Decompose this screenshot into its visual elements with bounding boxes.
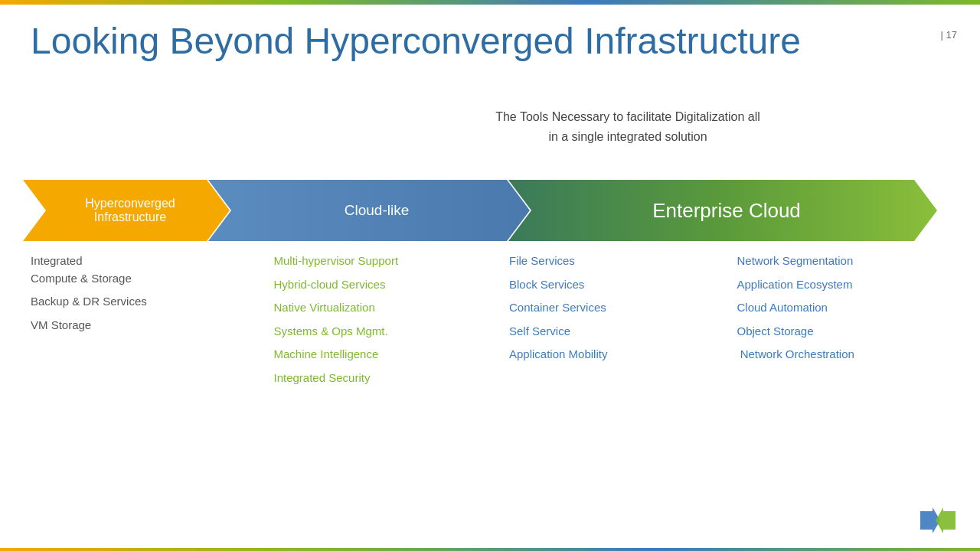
- slide-number: | 17: [941, 29, 957, 41]
- cloud-like-items-column: Multi-hypervisor Support Hybrid-cloud Se…: [251, 253, 495, 393]
- hci-item-3: VM Storage: [31, 317, 243, 334]
- svg-marker-2: [936, 507, 956, 533]
- hci-item-2: Backup & DR Services: [31, 293, 243, 311]
- hci-item-1: IntegratedCompute & Storage: [31, 253, 243, 287]
- cloud-item-1: Multi-hypervisor Support: [274, 253, 487, 270]
- cloud-item-4: Systems & Ops Mgmt.: [274, 323, 487, 341]
- enterprise-items-col2: Network Segmentation Application Ecosyst…: [730, 253, 958, 393]
- ent2-item-3: Cloud Automation: [737, 299, 950, 317]
- ent-item-4: Self Service: [509, 323, 722, 341]
- ent2-item-4: Object Storage: [737, 323, 950, 341]
- top-color-bar: [0, 0, 980, 5]
- ent-item-2: Block Services: [509, 276, 722, 294]
- arrow-hci-label: HyperconvergedInfrastructure: [85, 197, 175, 224]
- hci-items-column: IntegratedCompute & Storage Backup & DR …: [23, 253, 251, 393]
- arrow-row: HyperconvergedInfrastructure Cloud-like …: [23, 180, 957, 241]
- ent-item-5: Application Mobility: [509, 346, 722, 364]
- ent2-item-5: Network Orchestration: [737, 346, 950, 364]
- cloud-item-5: Machine Intelligence: [274, 346, 487, 364]
- enterprise-items-col1: File Services Block Services Container S…: [494, 253, 730, 393]
- slide-title: Looking Beyond Hyperconverged Infrastruc…: [31, 21, 801, 62]
- ent2-item-2: Application Ecosystem: [737, 276, 950, 294]
- subtitle-text: The Tools Necessary to facilitate Digita…: [490, 107, 766, 146]
- arrow-cloud-like-label: Cloud-like: [345, 202, 409, 219]
- ent-item-3: Container Services: [509, 299, 722, 317]
- ent-item-1: File Services: [509, 253, 722, 270]
- arrow-enterprise-label: Enterprise Cloud: [652, 199, 801, 223]
- arrow-cloud-like: Cloud-like: [208, 180, 530, 241]
- cloud-item-2: Hybrid-cloud Services: [274, 276, 487, 294]
- bottom-color-bar: [0, 548, 980, 551]
- content-area: IntegratedCompute & Storage Backup & DR …: [23, 253, 957, 393]
- arrow-enterprise: Enterprise Cloud: [508, 180, 937, 241]
- arrow-hci: HyperconvergedInfrastructure: [23, 180, 230, 241]
- ent2-item-1: Network Segmentation: [737, 253, 950, 270]
- company-logo: [919, 505, 957, 536]
- cloud-item-3: Native Virtualization: [274, 299, 487, 317]
- cloud-item-6: Integrated Security: [274, 370, 487, 387]
